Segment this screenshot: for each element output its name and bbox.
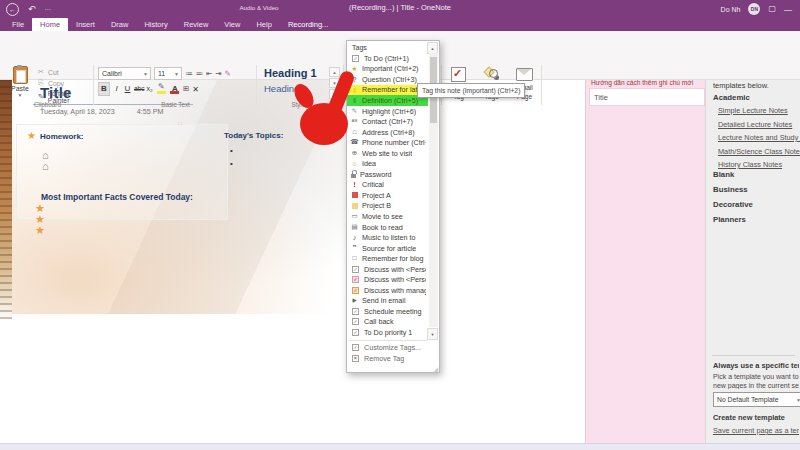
tag-menu-item[interactable]: Address (Ctrl+8) <box>347 127 428 138</box>
scroll-down-icon[interactable]: ▼ <box>427 328 438 340</box>
tag-menu-item[interactable]: ✓Discuss with manage <box>347 285 428 296</box>
tab-draw[interactable]: Draw <box>103 18 137 31</box>
strikethrough-button[interactable]: abc <box>134 83 143 95</box>
copy-button[interactable]: ⎘ Copy <box>37 79 92 87</box>
template-link[interactable]: Lecture Notes and Study Que <box>718 133 800 142</box>
customize-tags-icon: ✓ <box>352 344 359 351</box>
tag-menu-item[interactable]: Phone number (Ctrl+ <box>347 137 428 148</box>
save-as-template-link[interactable]: Save current page as a templa <box>713 426 799 435</box>
minimize-button[interactable]: — <box>784 5 792 14</box>
facts-heading[interactable]: Most Important Facts Covered Today: <box>41 192 193 202</box>
paste-button[interactable]: Paste ▼ <box>7 66 33 100</box>
tag-menu-item[interactable]: Contact (Ctrl+7) <box>347 116 428 127</box>
decrease-indent-icon[interactable]: ⇤ <box>206 70 212 78</box>
tab-review[interactable]: Review <box>176 18 217 31</box>
template-category-business[interactable]: Business <box>713 185 753 194</box>
topics-bullets: •• <box>230 144 233 170</box>
tag-menu-item[interactable]: ✓Schedule meeting <box>347 306 428 317</box>
bold-button[interactable]: B <box>98 82 110 96</box>
font-color-icon[interactable]: A <box>170 84 180 94</box>
qat-customize-icon[interactable]: ⋯ <box>45 6 51 12</box>
underline-button[interactable]: U <box>123 83 132 95</box>
tab-recording[interactable]: Recording... <box>280 18 336 31</box>
remove-tagitem[interactable]: ×Remove Tag <box>347 353 439 364</box>
tag-menu-item-label: Remember for late <box>362 85 422 94</box>
page-list-item[interactable]: Title <box>589 88 705 106</box>
tag-menu-item[interactable]: Send in email <box>347 296 428 307</box>
tag-menu-item[interactable]: Critical <box>347 180 428 191</box>
tag-menu-item[interactable]: Important (Ctrl+2) <box>347 64 428 75</box>
style-heading-1[interactable]: Heading 1 <box>264 67 317 79</box>
styles-up-icon[interactable]: ▲ <box>329 67 340 77</box>
template-link[interactable]: History Class Notes <box>718 160 800 169</box>
tag-menu-item[interactable]: Source for article <box>347 243 428 254</box>
tag-menu-item[interactable]: Project B <box>347 201 428 212</box>
tag-menu-item[interactable]: ✓To Do (Ctrl+1) <box>347 53 428 64</box>
tag-menu-item[interactable]: ✓Call back <box>347 317 428 328</box>
tag-menu-item[interactable]: Web site to visit <box>347 148 428 159</box>
template-category-decorative[interactable]: Decorative <box>713 200 753 209</box>
numbered-list-icon[interactable]: ≕ <box>196 70 204 78</box>
cut-button[interactable]: ✂ Cut <box>37 68 92 76</box>
tag-menu-item[interactable]: Music to listen to <box>347 232 428 243</box>
tab-view[interactable]: View <box>216 18 248 31</box>
tab-home[interactable]: Home <box>32 18 68 31</box>
tab-help[interactable]: Help <box>248 18 279 31</box>
password-lock-icon <box>350 170 357 179</box>
always-template-heading: Always use a specific template <box>713 361 799 370</box>
tab-history[interactable]: History <box>136 18 175 31</box>
tag-menu-item[interactable]: Definition (Ctrl+5) <box>347 95 428 106</box>
resize-grip-icon[interactable]: ◢ <box>433 366 438 372</box>
template-category-planners[interactable]: Planners <box>713 215 753 224</box>
important-star-icon: ★ <box>27 131 36 141</box>
tag-menu-item[interactable]: Project A <box>347 190 428 201</box>
increase-indent-icon[interactable]: ⇥ <box>215 70 221 78</box>
tag-menu-item[interactable]: Question (Ctrl+3) <box>347 74 428 85</box>
topics-heading[interactable]: Today's Topics: <box>224 131 283 140</box>
ribbon-display-options-icon[interactable]: ▢ <box>768 5 776 13</box>
pages-panel: Hướng dẫn cách thêm ghi chú mới Title <box>585 79 706 443</box>
customize-tags-item[interactable]: ✓Customize Tags... <box>347 342 439 353</box>
template-link[interactable]: Simple Lecture Notes <box>718 106 800 115</box>
style-heading-2[interactable]: Heading 2 <box>264 83 307 94</box>
facts-star-icons: ★★★ <box>35 203 45 236</box>
tag-menu-item[interactable]: Remember for blog <box>347 253 428 264</box>
tag-menu-item[interactable]: Idea <box>347 158 428 169</box>
discuss-check-orange-icon: ✓ <box>352 287 359 294</box>
default-template-select[interactable]: No Default Template ▼ <box>713 392 800 407</box>
templates-section-academic[interactable]: Academic <box>713 93 750 102</box>
tag-menu-item[interactable]: Movie to see <box>347 211 428 222</box>
clear-formatting-icon[interactable]: ✕ <box>192 85 199 94</box>
subscript-button[interactable]: x₂ <box>145 83 154 95</box>
styles-pen-icon[interactable]: ✎ <box>225 70 231 78</box>
template-link[interactable]: Math/Science Class Notes <box>718 147 800 156</box>
bullet-list-icon[interactable]: ≔ <box>185 70 193 78</box>
tab-file[interactable]: File <box>4 18 32 31</box>
tag-menu-item[interactable]: ✓Discuss with <Person <box>347 264 428 275</box>
font-name-select[interactable]: Calibri▼ <box>98 67 151 80</box>
tab-insert[interactable]: Insert <box>68 18 103 31</box>
tag-menu-item[interactable]: ✓Discuss with <Person <box>347 274 428 285</box>
tag-menu-item[interactable]: Remember for late <box>347 85 428 96</box>
styles-down-icon[interactable]: ▼ <box>329 78 340 88</box>
note-container-handle-icon[interactable]: ∷ <box>178 120 183 128</box>
homework-heading[interactable]: Homework: <box>40 132 84 141</box>
todo-checkbox-icon: ✓ <box>352 55 359 62</box>
borders-icon[interactable]: ⊞ <box>183 85 189 93</box>
tag-menu-item[interactable]: Password <box>347 169 428 180</box>
tag-menu-item[interactable]: Book to read <box>347 222 428 233</box>
tag-menu-item[interactable]: Highlight (Ctrl+6) <box>347 106 428 117</box>
styles-more-icon[interactable]: ≡ <box>329 89 340 99</box>
template-category-blank[interactable]: Blank <box>713 170 753 179</box>
undo-icon[interactable]: ↶ <box>28 5 36 14</box>
template-link[interactable]: Detailed Lecture Notes <box>718 120 800 129</box>
tag-menu-item[interactable]: ✓To Do priority 1 <box>347 327 428 338</box>
text-highlight-color-icon[interactable] <box>157 84 167 94</box>
format-painter-icon: ✎ <box>37 93 45 101</box>
italic-button[interactable]: I <box>112 83 121 95</box>
back-icon[interactable]: ← <box>6 3 19 16</box>
paste-caret-icon[interactable]: ▼ <box>18 93 23 98</box>
font-size-select[interactable]: 11▼ <box>154 67 182 80</box>
tags-menu-footer: ✓Customize Tags...×Remove Tag <box>347 342 439 364</box>
avatar[interactable]: DN <box>748 3 760 15</box>
